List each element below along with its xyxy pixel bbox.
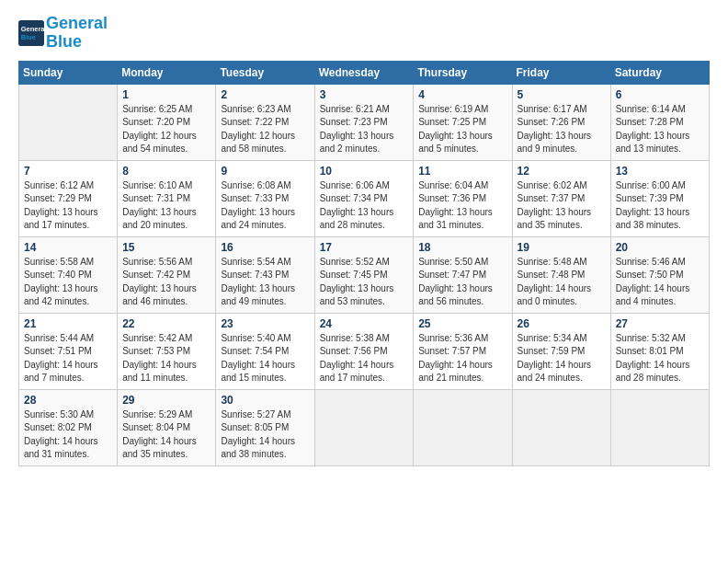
day-number: 1 [122,88,210,101]
day-info: Sunrise: 6:25 AMSunset: 7:20 PMDaylight:… [122,103,210,156]
day-number: 7 [24,165,112,178]
day-info: Sunrise: 6:12 AMSunset: 7:29 PMDaylight:… [24,179,112,233]
calendar-cell: 5Sunrise: 6:17 AMSunset: 7:26 PMDaylight… [512,84,610,160]
day-info: Sunrise: 6:23 AMSunset: 7:22 PMDaylight:… [221,103,309,156]
header: General Blue General Blue [18,15,710,52]
day-info: Sunrise: 5:44 AMSunset: 7:51 PMDaylight:… [24,332,112,385]
svg-text:General: General [21,25,44,33]
day-info: Sunrise: 5:40 AMSunset: 7:54 PMDaylight:… [221,332,309,385]
calendar-cell: 30Sunrise: 5:27 AMSunset: 8:05 PMDayligh… [216,389,314,465]
calendar-cell: 14Sunrise: 5:58 AMSunset: 7:40 PMDayligh… [19,236,118,313]
day-number: 16 [221,241,309,254]
day-number: 29 [122,394,210,407]
day-info: Sunrise: 5:34 AMSunset: 7:59 PMDaylight:… [518,332,606,385]
day-number: 9 [221,165,309,178]
day-number: 3 [320,88,409,101]
day-info: Sunrise: 5:50 AMSunset: 7:47 PMDaylight:… [418,256,506,309]
calendar-cell: 8Sunrise: 6:10 AMSunset: 7:31 PMDaylight… [118,160,216,236]
day-number: 25 [418,317,506,330]
calendar-cell: 10Sunrise: 6:06 AMSunset: 7:34 PMDayligh… [314,160,414,236]
calendar-cell: 7Sunrise: 6:12 AMSunset: 7:29 PMDaylight… [19,160,118,236]
calendar-cell: 20Sunrise: 5:46 AMSunset: 7:50 PMDayligh… [610,236,709,313]
calendar-cell: 28Sunrise: 5:30 AMSunset: 8:02 PMDayligh… [19,389,118,465]
calendar-cell [414,389,512,465]
day-number: 2 [221,88,309,101]
day-info: Sunrise: 5:58 AMSunset: 7:40 PMDaylight:… [24,256,112,309]
day-number: 28 [24,394,112,407]
day-info: Sunrise: 5:46 AMSunset: 7:50 PMDaylight:… [616,256,704,309]
calendar-cell: 24Sunrise: 5:38 AMSunset: 7:56 PMDayligh… [314,313,414,389]
calendar-cell: 15Sunrise: 5:56 AMSunset: 7:42 PMDayligh… [118,236,216,313]
day-info: Sunrise: 6:21 AMSunset: 7:23 PMDaylight:… [320,103,409,156]
day-info: Sunrise: 6:10 AMSunset: 7:31 PMDaylight:… [122,179,210,233]
day-number: 30 [221,394,309,407]
day-info: Sunrise: 5:56 AMSunset: 7:42 PMDaylight:… [122,256,210,309]
calendar-week-1: 1Sunrise: 6:25 AMSunset: 7:20 PMDaylight… [19,84,710,160]
day-number: 19 [518,241,606,254]
calendar-cell: 13Sunrise: 6:00 AMSunset: 7:39 PMDayligh… [610,160,709,236]
day-number: 6 [616,88,704,101]
calendar-cell: 18Sunrise: 5:50 AMSunset: 7:47 PMDayligh… [414,236,512,313]
day-info: Sunrise: 5:32 AMSunset: 8:01 PMDaylight:… [616,332,704,385]
calendar-week-3: 14Sunrise: 5:58 AMSunset: 7:40 PMDayligh… [19,236,710,313]
calendar-cell: 25Sunrise: 5:36 AMSunset: 7:57 PMDayligh… [414,313,512,389]
calendar-page: General Blue General Blue SundayMondayTu… [0,0,728,563]
day-info: Sunrise: 5:38 AMSunset: 7:56 PMDaylight:… [320,332,409,385]
calendar-week-5: 28Sunrise: 5:30 AMSunset: 8:02 PMDayligh… [19,389,710,465]
day-number: 26 [518,317,606,330]
day-info: Sunrise: 5:27 AMSunset: 8:05 PMDaylight:… [221,408,309,462]
day-info: Sunrise: 5:36 AMSunset: 7:57 PMDaylight:… [418,332,506,385]
day-number: 15 [122,241,210,254]
day-header-monday: Monday [118,61,216,84]
day-info: Sunrise: 5:42 AMSunset: 7:53 PMDaylight:… [122,332,210,385]
svg-text:Blue: Blue [21,33,36,41]
calendar-cell: 11Sunrise: 6:04 AMSunset: 7:36 PMDayligh… [414,160,512,236]
day-header-thursday: Thursday [414,61,512,84]
calendar-cell: 27Sunrise: 5:32 AMSunset: 8:01 PMDayligh… [610,313,709,389]
calendar-week-2: 7Sunrise: 6:12 AMSunset: 7:29 PMDaylight… [19,160,710,236]
calendar-cell: 3Sunrise: 6:21 AMSunset: 7:23 PMDaylight… [314,84,414,160]
day-info: Sunrise: 6:14 AMSunset: 7:28 PMDaylight:… [616,103,704,156]
day-info: Sunrise: 6:04 AMSunset: 7:36 PMDaylight:… [418,179,506,233]
calendar-week-4: 21Sunrise: 5:44 AMSunset: 7:51 PMDayligh… [19,313,710,389]
logo-text: General Blue [46,15,108,52]
day-number: 18 [418,241,506,254]
calendar-cell [610,389,709,465]
day-number: 8 [122,165,210,178]
day-header-saturday: Saturday [610,61,709,84]
day-number: 5 [518,88,606,101]
day-number: 23 [221,317,309,330]
day-info: Sunrise: 6:06 AMSunset: 7:34 PMDaylight:… [320,179,409,233]
day-info: Sunrise: 5:48 AMSunset: 7:48 PMDaylight:… [518,256,606,309]
calendar-table: SundayMondayTuesdayWednesdayThursdayFrid… [18,61,710,466]
calendar-cell: 6Sunrise: 6:14 AMSunset: 7:28 PMDaylight… [610,84,709,160]
day-number: 10 [320,165,409,178]
calendar-header-row: SundayMondayTuesdayWednesdayThursdayFrid… [19,61,710,84]
day-info: Sunrise: 6:00 AMSunset: 7:39 PMDaylight:… [616,179,704,233]
day-info: Sunrise: 6:08 AMSunset: 7:33 PMDaylight:… [221,179,309,233]
day-info: Sunrise: 5:29 AMSunset: 8:04 PMDaylight:… [122,408,210,462]
day-header-sunday: Sunday [19,61,118,84]
day-info: Sunrise: 6:17 AMSunset: 7:26 PMDaylight:… [518,103,606,156]
calendar-cell: 22Sunrise: 5:42 AMSunset: 7:53 PMDayligh… [118,313,216,389]
calendar-cell: 2Sunrise: 6:23 AMSunset: 7:22 PMDaylight… [216,84,314,160]
calendar-cell: 17Sunrise: 5:52 AMSunset: 7:45 PMDayligh… [314,236,414,313]
calendar-cell: 4Sunrise: 6:19 AMSunset: 7:25 PMDaylight… [414,84,512,160]
day-number: 21 [24,317,112,330]
day-info: Sunrise: 6:02 AMSunset: 7:37 PMDaylight:… [518,179,606,233]
calendar-cell: 12Sunrise: 6:02 AMSunset: 7:37 PMDayligh… [512,160,610,236]
day-number: 22 [122,317,210,330]
calendar-cell [512,389,610,465]
day-number: 27 [616,317,704,330]
day-header-tuesday: Tuesday [216,61,314,84]
day-header-wednesday: Wednesday [314,61,414,84]
day-info: Sunrise: 5:30 AMSunset: 8:02 PMDaylight:… [24,408,112,462]
calendar-cell: 29Sunrise: 5:29 AMSunset: 8:04 PMDayligh… [118,389,216,465]
day-number: 13 [616,165,704,178]
day-number: 24 [320,317,409,330]
calendar-cell: 19Sunrise: 5:48 AMSunset: 7:48 PMDayligh… [512,236,610,313]
calendar-cell: 16Sunrise: 5:54 AMSunset: 7:43 PMDayligh… [216,236,314,313]
calendar-cell: 1Sunrise: 6:25 AMSunset: 7:20 PMDaylight… [118,84,216,160]
day-info: Sunrise: 6:19 AMSunset: 7:25 PMDaylight:… [418,103,506,156]
day-number: 12 [518,165,606,178]
